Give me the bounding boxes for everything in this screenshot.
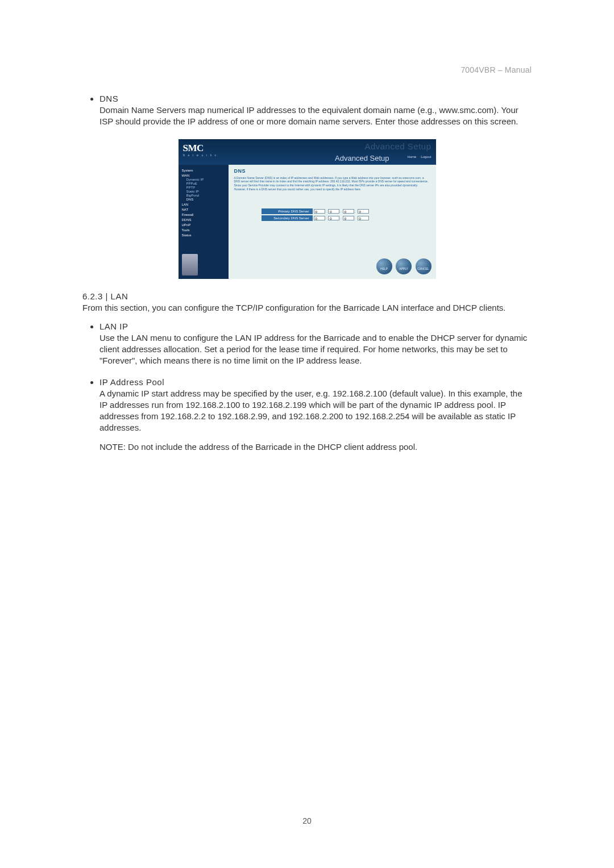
home-link[interactable]: Home (407, 155, 416, 158)
sidebar-item-bigpond[interactable]: BigPond (186, 194, 226, 197)
router-screenshot: SMC N e t w o r k s Advanced Setup Advan… (179, 139, 436, 279)
lan-ip-text: Use the LAN menu to configure the LAN IP… (99, 332, 532, 367)
secondary-dns-label: Secondary DNS Server (262, 215, 313, 221)
sidebar-item-dynamic-ip[interactable]: Dynamic IP (186, 178, 226, 181)
lan-intro: From this section, you can configure the… (82, 302, 532, 314)
ip-pool-note: NOTE: Do not include the address of the … (99, 442, 532, 452)
screenshot-topbar: SMC N e t w o r k s Advanced Setup Advan… (179, 139, 436, 165)
lan-ip-title: LAN IP (99, 322, 532, 331)
sidebar-item-upnp[interactable]: UPnP (182, 223, 226, 227)
primary-dns-oct2[interactable]: 0 (328, 209, 339, 214)
advanced-setup-heading: Advanced Setup (335, 154, 389, 162)
lan-heading: 6.2.3 | LAN (82, 291, 532, 301)
smc-logo-sub: N e t w o r k s (183, 153, 218, 157)
page-number: 20 (0, 816, 614, 825)
sidebar-item-lan[interactable]: LAN (182, 203, 226, 206)
primary-dns-oct4[interactable]: 0 (358, 209, 369, 214)
secondary-dns-oct1[interactable]: 0 (314, 216, 325, 220)
sidebar-item-pptp[interactable]: PPTP (186, 186, 226, 189)
doc-header: 7004VBR – Manual (460, 65, 532, 74)
logout-link[interactable]: Logout (421, 155, 431, 158)
sidebar-item-ddns[interactable]: DDNS (182, 218, 226, 222)
dns-text: Domain Name Servers map numerical IP add… (99, 105, 532, 128)
screenshot-main-desc: A Domain Name Server (DNS) is an index o… (234, 176, 430, 191)
sidebar-item-status[interactable]: Status (182, 233, 226, 237)
screenshot-main-title: DNS (234, 168, 430, 174)
primary-dns-oct3[interactable]: 0 (343, 209, 354, 214)
ip-pool-text: A dynamic IP start address may be specif… (99, 388, 532, 434)
secondary-dns-oct3[interactable]: 0 (343, 216, 354, 220)
avatar (182, 254, 198, 276)
secondary-dns-oct2[interactable]: 0 (328, 216, 339, 220)
dns-title: DNS (99, 94, 532, 103)
screenshot-main: DNS A Domain Name Server (DNS) is an ind… (229, 165, 436, 279)
ip-pool-title: IP Address Pool (99, 377, 532, 387)
apply-button[interactable]: APPLY (396, 258, 412, 274)
primary-dns-label: Primary DNS Server (262, 208, 313, 214)
help-button[interactable]: HELP (376, 258, 392, 274)
sidebar-item-static-ip[interactable]: Static IP (186, 190, 226, 193)
sidebar-item-firewall[interactable]: Firewall (182, 213, 226, 216)
sidebar-item-nat[interactable]: NAT (182, 208, 226, 211)
secondary-dns-oct4[interactable]: 0 (358, 216, 369, 220)
sidebar-item-pppoe[interactable]: PPPoE (186, 182, 226, 185)
screenshot-sidebar: System WAN Dynamic IP PPPoE PPTP Static … (179, 165, 229, 279)
sidebar-item-tools[interactable]: Tools (182, 228, 226, 232)
smc-logo: SMC (183, 143, 204, 154)
advanced-setup-ghost: Advanced Setup (364, 141, 431, 151)
primary-dns-oct1[interactable]: 0 (314, 209, 325, 214)
cancel-button[interactable]: CANCEL (416, 258, 432, 274)
sidebar-item-wan[interactable]: WAN (182, 174, 226, 177)
sidebar-item-system[interactable]: System (182, 169, 226, 172)
sidebar-item-dns[interactable]: DNS (186, 198, 226, 201)
